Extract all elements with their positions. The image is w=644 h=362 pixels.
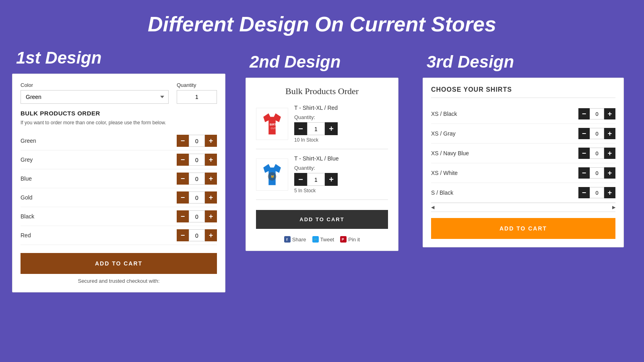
product-row-red: BIRTHDAY CUT T - Shirt-XL / Red Quantity… xyxy=(256,105,388,149)
stepper-d1-5: − 0 + xyxy=(177,229,217,241)
shirt-label-4: S / Black xyxy=(431,189,578,196)
design3-section: 3rd Design CHOOSE YOUR SHIRTS XS / Black… xyxy=(415,48,632,247)
stock-red: 10 In Stock xyxy=(294,137,388,143)
bulk-row: Grey − 0 + xyxy=(21,150,217,169)
share-link[interactable]: f Share xyxy=(284,236,306,243)
stepper-d3-4: − 0 + xyxy=(578,187,615,198)
secured-text: Secured and trusted checkout with: xyxy=(21,278,217,284)
decrement-d3-3[interactable]: − xyxy=(578,167,590,179)
shirt-row: XS / Gray − 0 + xyxy=(431,124,615,144)
product-image-blue: 🐱 xyxy=(256,158,288,191)
design3-label: 3rd Design xyxy=(427,52,632,72)
color-label: Color xyxy=(21,82,169,88)
design1-card: Color Green Grey Blue Gold Black Red Qua… xyxy=(12,74,225,292)
bulk-row: Red − 0 + xyxy=(21,226,217,245)
increment-d1-5[interactable]: + xyxy=(205,229,217,241)
quantity-label: Quantity xyxy=(177,82,217,88)
qty-value-blue: 1 xyxy=(307,173,325,186)
design2-card: Bulk Products Order BIRTHDAY CUT T - Shi… xyxy=(246,78,398,251)
increment-d1-4[interactable]: + xyxy=(205,210,217,222)
stepper-d3-3: − 0 + xyxy=(578,167,615,179)
qty-d3-0: 0 xyxy=(590,108,604,119)
stepper-d1-0: − 0 + xyxy=(177,135,217,147)
increment-red[interactable]: + xyxy=(325,122,338,135)
design1-label: 1st Design xyxy=(16,48,246,68)
product-row-blue: 🐱 T - Shirt-XL / Blue Quantity: − 1 + 5 … xyxy=(256,155,388,200)
tweet-text: Tweet xyxy=(320,237,334,243)
bulk-row-label: Red xyxy=(21,232,177,239)
increment-d1-1[interactable]: + xyxy=(205,154,217,166)
svg-text:🐦: 🐦 xyxy=(314,237,318,241)
increment-d1-0[interactable]: + xyxy=(205,135,217,147)
qty-d1-3: 0 xyxy=(189,191,205,204)
bulk-row: Green − 0 + xyxy=(21,132,217,150)
add-to-cart-button-3[interactable]: ADD TO CART xyxy=(431,218,615,239)
decrement-d1-1[interactable]: − xyxy=(177,154,189,166)
shirt-row: XS / White − 0 + xyxy=(431,163,615,183)
bulk-row: Blue − 0 + xyxy=(21,169,217,188)
qty-label-red: Quantity: xyxy=(294,114,388,120)
increment-d3-0[interactable]: + xyxy=(604,108,615,119)
decrement-d1-0[interactable]: − xyxy=(177,135,189,147)
bulk-rows: Green − 0 + Grey − 0 + Blue − 0 + Gold xyxy=(21,132,217,245)
design1-section: 1st Design Color Green Grey Blue Gold Bl… xyxy=(12,48,246,292)
decrement-d3-2[interactable]: − xyxy=(578,148,590,159)
increment-d1-3[interactable]: + xyxy=(205,191,217,204)
decrement-d3-1[interactable]: − xyxy=(578,128,590,139)
stepper-d1-1: − 0 + xyxy=(177,154,217,166)
decrement-blue[interactable]: − xyxy=(294,173,307,186)
increment-d3-1[interactable]: + xyxy=(604,128,615,139)
shirt-label-1: XS / Gray xyxy=(431,130,578,137)
color-select[interactable]: Green Grey Blue Gold Black Red xyxy=(21,90,169,104)
design2-section: 2nd Design Bulk Products Order BIRTHDAY … xyxy=(246,48,415,251)
increment-d3-2[interactable]: + xyxy=(604,148,615,159)
stepper-d3-1: − 0 + xyxy=(578,128,615,139)
svg-text:CUT: CUT xyxy=(271,127,276,130)
qty-label-blue: Quantity: xyxy=(294,165,388,171)
stepper-d1-2: − 0 + xyxy=(177,173,217,185)
increment-d3-4[interactable]: + xyxy=(604,187,615,198)
scroll-left: ◀ xyxy=(431,205,434,210)
bulk-row: Black − 0 + xyxy=(21,207,217,226)
pin-text: Pin it xyxy=(348,237,360,243)
add-to-cart-button-1[interactable]: ADD TO CART xyxy=(21,253,217,274)
product-name-blue: T - Shirt-XL / Blue xyxy=(294,155,388,162)
increment-d3-3[interactable]: + xyxy=(604,167,615,179)
decrement-d3-4[interactable]: − xyxy=(578,187,590,198)
choose-title: CHOOSE YOUR SHIRTS xyxy=(431,86,615,98)
decrement-d1-2[interactable]: − xyxy=(177,173,189,185)
qty-d1-4: 0 xyxy=(189,210,205,222)
bulk-title: BULK PRODUCTS ORDER xyxy=(21,110,217,117)
svg-text:🐱: 🐱 xyxy=(271,175,274,178)
social-row: f Share 🐦 Tweet P Pin it xyxy=(256,236,388,243)
decrement-d1-4[interactable]: − xyxy=(177,210,189,222)
page-title: Different Design On Current Stores xyxy=(0,0,644,44)
decrement-d1-5[interactable]: − xyxy=(177,229,189,241)
increment-blue[interactable]: + xyxy=(325,173,338,186)
decrement-d1-3[interactable]: − xyxy=(177,191,189,204)
qty-value-red: 1 xyxy=(307,122,325,135)
shirt-label-3: XS / White xyxy=(431,170,578,176)
shirt-row: S / Black − 0 + xyxy=(431,183,615,203)
decrement-d3-0[interactable]: − xyxy=(578,108,590,119)
quantity-input[interactable] xyxy=(177,90,217,104)
bulk-row-label: Gold xyxy=(21,194,177,201)
pin-link[interactable]: P Pin it xyxy=(340,236,360,243)
bulk-row-label: Black xyxy=(21,213,177,220)
increment-d1-2[interactable]: + xyxy=(205,173,217,185)
svg-text:P: P xyxy=(342,237,344,241)
decrement-red[interactable]: − xyxy=(294,122,307,135)
product-name-red: T - Shirt-XL / Red xyxy=(294,105,388,111)
stepper-d3-2: − 0 + xyxy=(578,148,615,159)
add-to-cart-button-2[interactable]: ADD TO CART xyxy=(256,210,388,229)
bulk-row-label: Grey xyxy=(21,156,177,163)
product-info-blue: T - Shirt-XL / Blue Quantity: − 1 + 5 In… xyxy=(294,155,388,193)
qty-d1-2: 0 xyxy=(189,173,205,185)
tweet-link[interactable]: 🐦 Tweet xyxy=(312,236,334,243)
product-image-red: BIRTHDAY CUT xyxy=(256,108,288,140)
bulk-row-label: Green xyxy=(21,138,177,144)
design2-title: Bulk Products Order xyxy=(256,86,388,97)
stock-blue: 5 In Stock xyxy=(294,188,388,193)
shirt-label-0: XS / Black xyxy=(431,111,578,117)
bulk-subtitle: If you want to order more than one color… xyxy=(21,120,217,125)
